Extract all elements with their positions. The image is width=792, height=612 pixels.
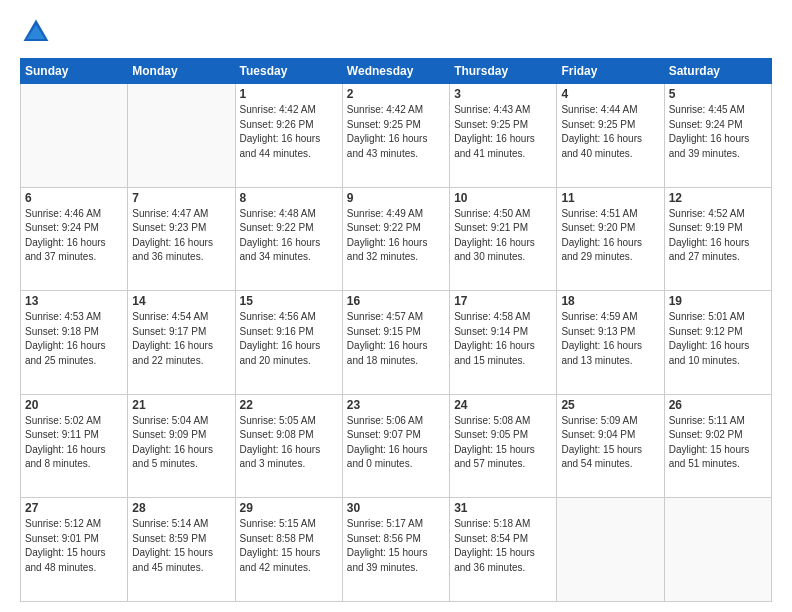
day-number: 17 (454, 294, 552, 308)
day-number: 8 (240, 191, 338, 205)
calendar-cell (21, 84, 128, 188)
day-number: 26 (669, 398, 767, 412)
day-number: 18 (561, 294, 659, 308)
calendar-cell: 1Sunrise: 4:42 AM Sunset: 9:26 PM Daylig… (235, 84, 342, 188)
day-number: 12 (669, 191, 767, 205)
day-info: Sunrise: 5:11 AM Sunset: 9:02 PM Dayligh… (669, 414, 767, 472)
day-number: 24 (454, 398, 552, 412)
calendar-header-sunday: Sunday (21, 59, 128, 84)
calendar-cell: 20Sunrise: 5:02 AM Sunset: 9:11 PM Dayli… (21, 394, 128, 498)
logo (20, 16, 56, 48)
day-number: 28 (132, 501, 230, 515)
calendar-cell (557, 498, 664, 602)
calendar-header-saturday: Saturday (664, 59, 771, 84)
day-info: Sunrise: 4:48 AM Sunset: 9:22 PM Dayligh… (240, 207, 338, 265)
calendar-cell: 22Sunrise: 5:05 AM Sunset: 9:08 PM Dayli… (235, 394, 342, 498)
day-number: 19 (669, 294, 767, 308)
day-info: Sunrise: 4:51 AM Sunset: 9:20 PM Dayligh… (561, 207, 659, 265)
day-number: 10 (454, 191, 552, 205)
day-number: 31 (454, 501, 552, 515)
calendar-cell: 27Sunrise: 5:12 AM Sunset: 9:01 PM Dayli… (21, 498, 128, 602)
calendar-week-5: 27Sunrise: 5:12 AM Sunset: 9:01 PM Dayli… (21, 498, 772, 602)
calendar-cell: 2Sunrise: 4:42 AM Sunset: 9:25 PM Daylig… (342, 84, 449, 188)
calendar-cell: 21Sunrise: 5:04 AM Sunset: 9:09 PM Dayli… (128, 394, 235, 498)
calendar-header-monday: Monday (128, 59, 235, 84)
header (20, 16, 772, 48)
calendar-cell: 9Sunrise: 4:49 AM Sunset: 9:22 PM Daylig… (342, 187, 449, 291)
day-number: 6 (25, 191, 123, 205)
calendar-header-wednesday: Wednesday (342, 59, 449, 84)
day-info: Sunrise: 4:53 AM Sunset: 9:18 PM Dayligh… (25, 310, 123, 368)
calendar-cell: 30Sunrise: 5:17 AM Sunset: 8:56 PM Dayli… (342, 498, 449, 602)
day-number: 20 (25, 398, 123, 412)
day-info: Sunrise: 4:57 AM Sunset: 9:15 PM Dayligh… (347, 310, 445, 368)
calendar-header-tuesday: Tuesday (235, 59, 342, 84)
day-info: Sunrise: 4:54 AM Sunset: 9:17 PM Dayligh… (132, 310, 230, 368)
day-number: 25 (561, 398, 659, 412)
calendar-cell: 7Sunrise: 4:47 AM Sunset: 9:23 PM Daylig… (128, 187, 235, 291)
day-info: Sunrise: 4:59 AM Sunset: 9:13 PM Dayligh… (561, 310, 659, 368)
calendar-cell: 15Sunrise: 4:56 AM Sunset: 9:16 PM Dayli… (235, 291, 342, 395)
day-number: 15 (240, 294, 338, 308)
day-info: Sunrise: 4:49 AM Sunset: 9:22 PM Dayligh… (347, 207, 445, 265)
calendar-header-row: SundayMondayTuesdayWednesdayThursdayFrid… (21, 59, 772, 84)
day-number: 29 (240, 501, 338, 515)
day-info: Sunrise: 5:06 AM Sunset: 9:07 PM Dayligh… (347, 414, 445, 472)
calendar-week-3: 13Sunrise: 4:53 AM Sunset: 9:18 PM Dayli… (21, 291, 772, 395)
calendar-cell: 18Sunrise: 4:59 AM Sunset: 9:13 PM Dayli… (557, 291, 664, 395)
day-info: Sunrise: 5:15 AM Sunset: 8:58 PM Dayligh… (240, 517, 338, 575)
day-number: 7 (132, 191, 230, 205)
day-info: Sunrise: 5:04 AM Sunset: 9:09 PM Dayligh… (132, 414, 230, 472)
day-info: Sunrise: 5:09 AM Sunset: 9:04 PM Dayligh… (561, 414, 659, 472)
calendar-header-thursday: Thursday (450, 59, 557, 84)
day-info: Sunrise: 5:02 AM Sunset: 9:11 PM Dayligh… (25, 414, 123, 472)
day-number: 27 (25, 501, 123, 515)
day-number: 14 (132, 294, 230, 308)
day-number: 3 (454, 87, 552, 101)
calendar-table: SundayMondayTuesdayWednesdayThursdayFrid… (20, 58, 772, 602)
day-number: 11 (561, 191, 659, 205)
calendar-cell: 24Sunrise: 5:08 AM Sunset: 9:05 PM Dayli… (450, 394, 557, 498)
calendar-cell: 26Sunrise: 5:11 AM Sunset: 9:02 PM Dayli… (664, 394, 771, 498)
calendar-cell: 25Sunrise: 5:09 AM Sunset: 9:04 PM Dayli… (557, 394, 664, 498)
calendar-cell: 17Sunrise: 4:58 AM Sunset: 9:14 PM Dayli… (450, 291, 557, 395)
calendar-cell: 13Sunrise: 4:53 AM Sunset: 9:18 PM Dayli… (21, 291, 128, 395)
day-number: 21 (132, 398, 230, 412)
day-info: Sunrise: 4:50 AM Sunset: 9:21 PM Dayligh… (454, 207, 552, 265)
day-info: Sunrise: 4:42 AM Sunset: 9:25 PM Dayligh… (347, 103, 445, 161)
day-info: Sunrise: 5:01 AM Sunset: 9:12 PM Dayligh… (669, 310, 767, 368)
calendar-cell: 12Sunrise: 4:52 AM Sunset: 9:19 PM Dayli… (664, 187, 771, 291)
day-info: Sunrise: 4:45 AM Sunset: 9:24 PM Dayligh… (669, 103, 767, 161)
day-info: Sunrise: 5:08 AM Sunset: 9:05 PM Dayligh… (454, 414, 552, 472)
calendar-cell: 4Sunrise: 4:44 AM Sunset: 9:25 PM Daylig… (557, 84, 664, 188)
calendar-week-2: 6Sunrise: 4:46 AM Sunset: 9:24 PM Daylig… (21, 187, 772, 291)
calendar-cell: 31Sunrise: 5:18 AM Sunset: 8:54 PM Dayli… (450, 498, 557, 602)
calendar-header-friday: Friday (557, 59, 664, 84)
day-info: Sunrise: 5:18 AM Sunset: 8:54 PM Dayligh… (454, 517, 552, 575)
calendar-week-4: 20Sunrise: 5:02 AM Sunset: 9:11 PM Dayli… (21, 394, 772, 498)
day-number: 16 (347, 294, 445, 308)
day-info: Sunrise: 4:52 AM Sunset: 9:19 PM Dayligh… (669, 207, 767, 265)
calendar-cell: 5Sunrise: 4:45 AM Sunset: 9:24 PM Daylig… (664, 84, 771, 188)
calendar-cell: 19Sunrise: 5:01 AM Sunset: 9:12 PM Dayli… (664, 291, 771, 395)
calendar-cell: 14Sunrise: 4:54 AM Sunset: 9:17 PM Dayli… (128, 291, 235, 395)
day-number: 13 (25, 294, 123, 308)
day-info: Sunrise: 4:58 AM Sunset: 9:14 PM Dayligh… (454, 310, 552, 368)
day-number: 23 (347, 398, 445, 412)
calendar-cell: 8Sunrise: 4:48 AM Sunset: 9:22 PM Daylig… (235, 187, 342, 291)
calendar-cell: 3Sunrise: 4:43 AM Sunset: 9:25 PM Daylig… (450, 84, 557, 188)
day-info: Sunrise: 5:17 AM Sunset: 8:56 PM Dayligh… (347, 517, 445, 575)
logo-icon (20, 16, 52, 48)
day-info: Sunrise: 5:05 AM Sunset: 9:08 PM Dayligh… (240, 414, 338, 472)
calendar-cell: 11Sunrise: 4:51 AM Sunset: 9:20 PM Dayli… (557, 187, 664, 291)
calendar-cell: 6Sunrise: 4:46 AM Sunset: 9:24 PM Daylig… (21, 187, 128, 291)
day-info: Sunrise: 4:42 AM Sunset: 9:26 PM Dayligh… (240, 103, 338, 161)
day-number: 30 (347, 501, 445, 515)
day-number: 9 (347, 191, 445, 205)
calendar-cell: 28Sunrise: 5:14 AM Sunset: 8:59 PM Dayli… (128, 498, 235, 602)
calendar-cell (128, 84, 235, 188)
day-number: 22 (240, 398, 338, 412)
page: SundayMondayTuesdayWednesdayThursdayFrid… (0, 0, 792, 612)
day-info: Sunrise: 5:14 AM Sunset: 8:59 PM Dayligh… (132, 517, 230, 575)
day-number: 4 (561, 87, 659, 101)
